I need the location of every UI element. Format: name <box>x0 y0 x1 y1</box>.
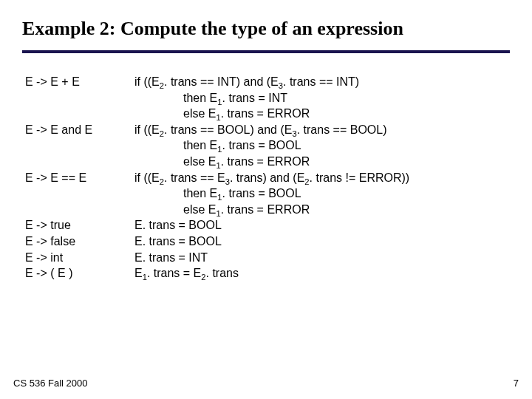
rhs-2-line-0: if ((E2. trans == E3. trans) and (E2. tr… <box>134 170 510 186</box>
lhs-0: E -> E + E <box>25 74 121 122</box>
rhs-4: E. trans = BOOL <box>134 233 510 250</box>
rhs-6-line-0: E1. trans = E2. trans <box>134 265 510 282</box>
footer-left: CS 536 Fall 2000 <box>13 378 87 389</box>
rhs-5: E. trans = INT <box>134 250 510 266</box>
rhs-0-line-1: then E1. trans = INT <box>134 90 510 106</box>
rhs-0-line-0: if ((E2. trans == INT) and (E3. trans ==… <box>134 74 510 90</box>
slide-title: Example 2: Compute the type of an expres… <box>22 18 510 47</box>
rhs-0-line-2: else E1. trans = ERROR <box>134 106 510 122</box>
lhs-6: E -> ( E ) <box>25 265 121 282</box>
rhs-2-line-1: then E1. trans = BOOL <box>134 185 510 202</box>
rhs-1-line-0: if ((E2. trans == BOOL) and (E3. trans =… <box>134 122 510 138</box>
rhs-6: E1. trans = E2. trans <box>134 265 510 282</box>
rhs-3-line-0: E. trans = BOOL <box>134 217 510 233</box>
rhs-5-line-0: E. trans = INT <box>134 250 510 266</box>
rules-grid: E -> E + E if ((E2. trans == INT) and (E… <box>22 74 510 282</box>
page-number: 7 <box>514 378 519 389</box>
lhs-5: E -> int <box>25 250 121 266</box>
rhs-4-line-0: E. trans = BOOL <box>134 233 510 250</box>
rhs-1: if ((E2. trans == BOOL) and (E3. trans =… <box>134 122 510 170</box>
lhs-3: E -> true <box>25 217 121 233</box>
rhs-1-line-2: else E1. trans = ERROR <box>134 154 510 170</box>
rhs-2-line-2: else E1. trans = ERROR <box>134 202 510 218</box>
lhs-4: E -> false <box>25 233 121 250</box>
lhs-1: E -> E and E <box>25 122 121 170</box>
rhs-0: if ((E2. trans == INT) and (E3. trans ==… <box>134 74 510 122</box>
footer: CS 536 Fall 2000 7 <box>13 378 519 389</box>
rhs-3: E. trans = BOOL <box>134 217 510 233</box>
lhs-2: E -> E == E <box>25 170 121 218</box>
slide: Example 2: Compute the type of an expres… <box>0 0 532 399</box>
rhs-2: if ((E2. trans == E3. trans) and (E2. tr… <box>134 170 510 218</box>
rhs-1-line-1: then E1. trans = BOOL <box>134 137 510 154</box>
title-rule <box>22 50 510 53</box>
